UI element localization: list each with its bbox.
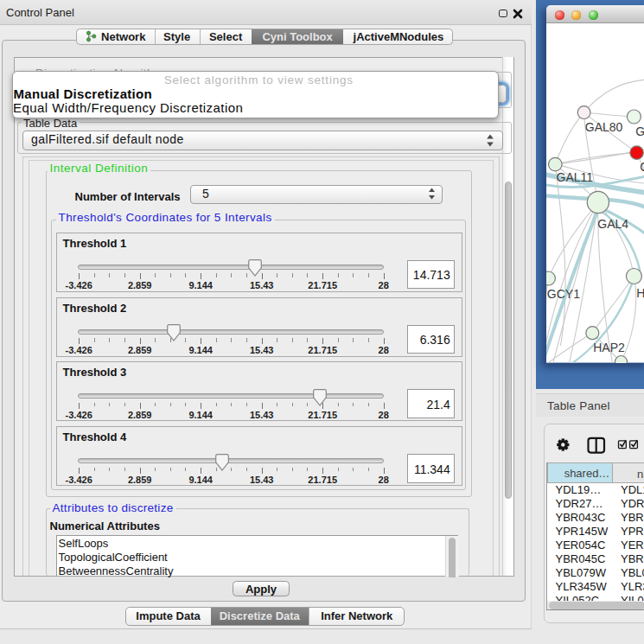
svg-text:CD: CD (640, 160, 644, 174)
svg-text:GAL3: GAL3 (635, 124, 644, 138)
svg-text:HI: HI (636, 286, 644, 300)
svg-text:HAP2: HAP2 (593, 341, 625, 354)
svg-text:GCY1: GCY1 (546, 287, 579, 301)
svg-text:GAL4: GAL4 (597, 217, 628, 231)
svg-text:GAL80: GAL80 (584, 120, 622, 134)
svg-text:GAL11: GAL11 (556, 170, 593, 184)
